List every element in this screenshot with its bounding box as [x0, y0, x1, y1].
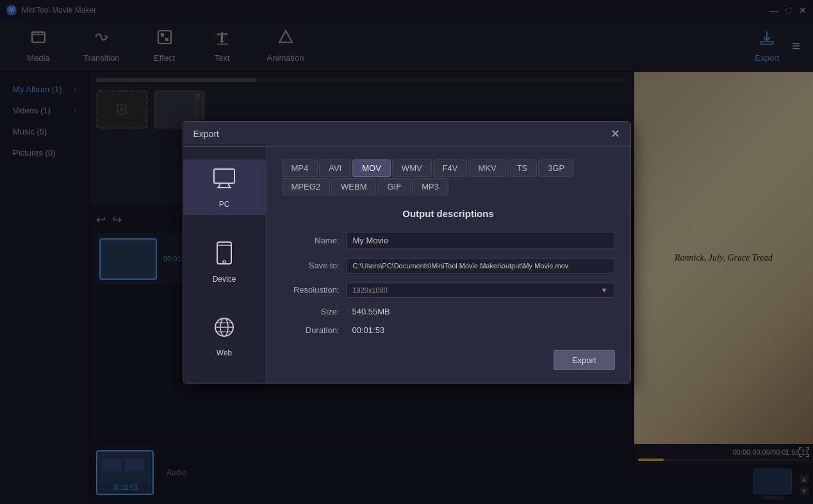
pc-icon	[212, 166, 236, 195]
modal-sidebar: PC Device	[183, 147, 267, 383]
format-tab-mov[interactable]: MOV	[352, 159, 391, 177]
format-tab-webm[interactable]: WEBM	[331, 178, 376, 195]
modal-sidebar-pc[interactable]: PC	[183, 159, 266, 215]
format-tab-f4v[interactable]: F4V	[433, 159, 468, 177]
format-tab-mkv[interactable]: MKV	[468, 159, 505, 177]
format-tab-mp4[interactable]: MP4	[282, 159, 318, 177]
device-label: Device	[213, 275, 236, 284]
duration-value: 00:01:53	[346, 325, 615, 335]
modal-content: MP4 AVI MOV WMV F4V MKV TS 3GP MPEG2 WEB…	[267, 147, 630, 383]
web-icon	[213, 316, 236, 343]
modal-close-button[interactable]: ✕	[611, 128, 620, 140]
resolution-select[interactable]: 1920x1080 ▼	[346, 282, 615, 298]
export-modal: Export ✕ PC	[183, 121, 631, 384]
output-size-field: Size: 540.55MB	[282, 307, 615, 316]
output-saveto-field: Save to: C:\Users\PC\Documents\MiniTool …	[282, 258, 615, 273]
pc-label: PC	[219, 200, 230, 209]
web-label: Web	[217, 348, 232, 357]
output-duration-field: Duration: 00:01:53	[282, 325, 615, 335]
format-tabs: MP4 AVI MOV WMV F4V MKV TS 3GP MPEG2 WEB…	[282, 159, 615, 195]
modal-overlay: Export ✕ PC	[0, 0, 813, 504]
modal-body: PC Device	[183, 147, 630, 383]
size-value: 540.55MB	[346, 307, 615, 316]
format-tab-mp3[interactable]: MP3	[412, 178, 448, 195]
device-icon	[214, 241, 234, 270]
modal-header: Export ✕	[183, 122, 630, 147]
svg-line-28	[218, 183, 220, 188]
saveto-input[interactable]: C:\Users\PC\Documents\MiniTool Movie Mak…	[346, 258, 615, 273]
svg-line-29	[228, 183, 230, 188]
output-name-field: Name: My Movie	[282, 232, 615, 249]
resolution-chevron: ▼	[601, 286, 608, 294]
format-tab-mpeg2[interactable]: MPEG2	[282, 178, 331, 195]
modal-sidebar-web[interactable]: Web	[183, 309, 266, 364]
duration-label: Duration:	[282, 325, 340, 335]
svg-point-32	[223, 261, 226, 263]
format-tab-wmv[interactable]: WMV	[392, 159, 432, 177]
format-tab-3gp[interactable]: 3GP	[538, 159, 574, 177]
output-section-title: Output descriptions	[282, 208, 615, 219]
modal-sidebar-device[interactable]: Device	[183, 234, 266, 290]
format-tab-ts[interactable]: TS	[507, 159, 538, 177]
resolution-value: 1920x1080	[353, 286, 388, 294]
output-resolution-field: Resolustion: 1920x1080 ▼	[282, 282, 615, 298]
svg-rect-27	[214, 169, 234, 183]
name-label: Name:	[282, 236, 340, 245]
name-input[interactable]: My Movie	[346, 232, 615, 249]
format-tab-gif[interactable]: GIF	[377, 178, 411, 195]
saveto-label: Save to:	[282, 261, 340, 270]
format-tab-avi[interactable]: AVI	[319, 159, 351, 177]
resolution-label: Resolustion:	[282, 285, 340, 295]
export-action-button[interactable]: Export	[554, 350, 615, 370]
modal-title: Export	[193, 129, 219, 139]
size-label: Size:	[282, 307, 340, 316]
